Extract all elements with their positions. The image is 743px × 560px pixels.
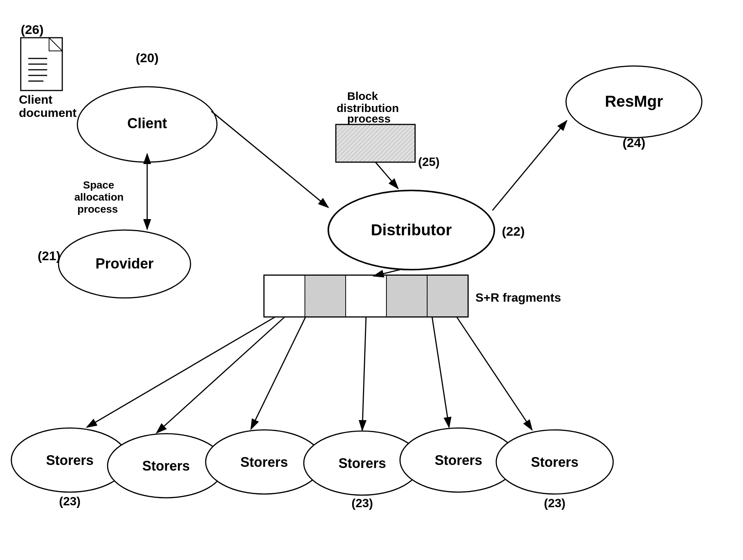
sr-to-storer4-arrow [362,317,366,430]
block-dist-label1: Block [347,90,378,102]
storer-label-3: Storers [240,454,288,470]
resmgr-id: (24) [623,135,645,150]
sr-cell-3 [346,275,386,317]
storer-label-4: Storers [338,456,386,471]
client-to-distributor-arrow [211,111,328,207]
sr-to-storer5-arrow [432,317,449,427]
diagram-container: (26) Client document Client (20) Provide… [0,0,743,560]
storer-label-6: Storers [531,454,578,470]
space-alloc-label2: allocation [74,191,124,203]
sr-fragments-label: S+R fragments [475,291,561,304]
provider-id: (21) [38,249,60,263]
storer-label-5: Storers [435,453,482,468]
sr-cell-5 [427,275,468,317]
block-dist-label3: process [347,112,391,125]
client-doc-id-label: (26) [21,22,43,37]
distributor-label: Distributor [371,221,452,239]
sr-to-storer3-arrow [251,317,306,429]
block-dist-id: (25) [418,155,440,169]
storer-id-6: (23) [544,496,566,510]
block-dist-rect [336,124,415,162]
resmgr-label: ResMgr [605,92,663,110]
client-document-label2: document [19,106,77,120]
storer-id-4: (23) [352,496,373,510]
distributor-id: (22) [502,224,525,238]
sr-cell-1 [264,275,305,317]
client-id: (20) [136,51,158,65]
space-alloc-label1: Space [83,179,114,191]
storer-label-1: Storers [46,453,94,468]
sr-to-storer6-arrow [457,317,532,430]
storer-id-1: (23) [59,494,81,508]
space-alloc-label3: process [77,203,118,215]
client-label: Client [127,115,167,131]
client-document-label: Client [19,93,52,106]
distributor-to-resmgr-arrow [492,121,567,210]
client-document-icon [21,38,62,91]
block-dist-to-distributor-arrow [375,162,398,189]
sr-cell-2 [305,275,346,317]
storer-label-2: Storers [142,458,190,474]
sr-cell-4 [386,275,427,317]
provider-label: Provider [95,256,154,272]
